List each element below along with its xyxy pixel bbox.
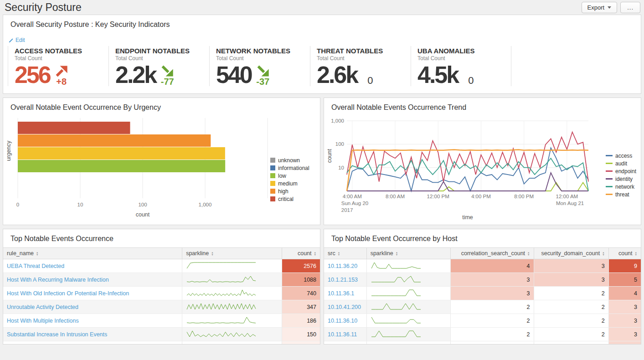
svg-text:12:00 PM: 12:00 PM — [427, 194, 449, 199]
sparkline — [371, 275, 422, 283]
src-host-link[interactable]: 10.11.36.10 — [324, 314, 366, 328]
legend-item-unknown[interactable]: unknown — [270, 157, 309, 164]
count-cell: 9 — [608, 259, 641, 273]
legend-line-swatch — [606, 170, 613, 172]
column-header-count[interactable]: count▲▼ — [282, 248, 320, 259]
sort-icon: ▲▼ — [396, 252, 398, 256]
urgency-bar-chart: 0101001,000counturgency — [5, 114, 269, 223]
bar-high[interactable] — [18, 134, 211, 147]
legend-label: low — [278, 173, 286, 179]
legend-swatch — [270, 165, 275, 170]
table-row: 10.11.36.1324 — [324, 287, 641, 300]
kpi-sublabel: Total Count — [115, 55, 203, 62]
kpi-value: 2.6k — [317, 64, 357, 86]
svg-text:Sun Aug 20: Sun Aug 20 — [341, 201, 368, 206]
src-host-link[interactable]: 10.11.36.11 — [324, 328, 366, 341]
titlebar-buttons: Export ... — [582, 2, 640, 13]
legend-item-audit[interactable]: audit — [606, 160, 636, 167]
count-cell: 1088 — [282, 273, 320, 287]
count-cell: 3 — [608, 328, 641, 341]
correlation-search-count-cell: 2 — [451, 300, 534, 314]
kpi-value: 540 — [216, 64, 252, 86]
sort-icon: ▲▼ — [36, 252, 38, 256]
count-cell: 347 — [282, 300, 320, 314]
kpi-uba-anomalies[interactable]: UBA ANOMALIESTotal Count4.5k0 — [411, 46, 511, 86]
rule-name-link[interactable]: UEBA Threat Detected — [3, 259, 182, 273]
legend-label: identity — [615, 176, 633, 182]
svg-text:0: 0 — [16, 202, 19, 207]
src-host-link[interactable]: 10.11.36.12 — [324, 341, 366, 345]
column-header-label: sparkline — [371, 250, 393, 257]
sparkline-cell — [366, 341, 451, 345]
column-header-src[interactable]: src▲▼ — [324, 248, 366, 259]
kpi-value: 256 — [15, 64, 50, 86]
count-cell: 4 — [608, 287, 641, 300]
legend-label: access — [615, 153, 632, 159]
legend-item-medium[interactable]: medium — [270, 180, 309, 187]
rule-name-link[interactable]: Host With Multiple Infections — [3, 314, 182, 328]
trend-chart-title: Overall Notable Events Occurrence Trend — [324, 98, 641, 113]
rule-name-link[interactable]: Default Account Activity Detected — [3, 341, 182, 345]
sparkline — [371, 302, 422, 310]
legend-item-low[interactable]: low — [270, 173, 309, 179]
svg-text:count: count — [136, 211, 150, 218]
kpi-access-notables[interactable]: ACCESS NOTABLESTotal Count256+8 — [8, 46, 108, 86]
kpi-delta-value: -77 — [161, 77, 174, 86]
svg-text:1,000: 1,000 — [199, 202, 212, 207]
security-domain-count-cell: 2 — [534, 341, 608, 345]
legend-item-threat[interactable]: threat — [606, 191, 636, 198]
trend-chart-body: 101001,0004:00 AMSun Aug 2020178:00 AM12… — [324, 113, 641, 223]
trend-line-chart: 101001,0004:00 AMSun Aug 2020178:00 AM12… — [326, 114, 605, 223]
notable-hosts-table-panel: Top Notable Event Occurrence by Host src… — [324, 229, 641, 345]
column-header-rule_name[interactable]: rule_name▲▼ — [3, 248, 182, 259]
column-header-correlation_search_count[interactable]: correlation_search_count▲▼ — [451, 248, 534, 259]
src-host-link[interactable]: 10.10.41.200 — [324, 300, 366, 314]
column-header-label: sparkline — [186, 250, 209, 257]
pencil-icon — [9, 38, 14, 43]
more-actions-button[interactable]: ... — [620, 2, 640, 13]
column-header-sparkline[interactable]: sparkline▲▼ — [182, 248, 282, 259]
rule-name-link[interactable]: Host With Old Infection Or Potential Re-… — [3, 287, 182, 300]
legend-item-network[interactable]: network — [606, 184, 636, 190]
kpi-delta-value: 0 — [468, 75, 474, 86]
bar-medium[interactable] — [18, 147, 225, 159]
rule-name-link[interactable]: Host With A Recurring Malware Infection — [3, 273, 182, 287]
src-host-link[interactable]: 10.11.36.1 — [324, 287, 366, 300]
chevron-down-icon — [608, 6, 611, 9]
src-host-link[interactable]: 10.1.21.153 — [324, 273, 366, 287]
legend-item-informational[interactable]: informational — [270, 165, 309, 171]
column-header-count[interactable]: count▲▼ — [608, 248, 641, 259]
bar-low[interactable] — [18, 160, 225, 172]
column-header-security_domain_count[interactable]: security_domain_count▲▼ — [534, 248, 608, 259]
svg-text:1,000: 1,000 — [331, 118, 344, 123]
security-domain-count-cell: 2 — [534, 328, 608, 341]
notable-events-table-body: UEBA Threat Detected2576Host With A Recu… — [3, 259, 320, 345]
column-header-sparkline[interactable]: sparkline▲▼ — [366, 248, 451, 259]
kpi-sublabel: Total Count — [417, 55, 505, 62]
kpi-network-notables[interactable]: NETWORK NOTABLESTotal Count540-37 — [209, 46, 310, 86]
legend-item-endpoint[interactable]: endpoint — [606, 168, 636, 175]
export-button[interactable]: Export — [582, 2, 618, 13]
sparkline-cell — [182, 300, 282, 314]
rule-name-link[interactable]: Unroutable Activity Detected — [3, 300, 182, 314]
kpi-threat-notables[interactable]: THREAT NOTABLESTotal Count2.6k0 — [310, 46, 411, 86]
bar-critical[interactable] — [18, 122, 130, 134]
charts-row: Overall Notable Event Occurrence By Urge… — [3, 98, 641, 225]
legend-item-critical[interactable]: critical — [270, 196, 309, 202]
legend-item-identity[interactable]: identity — [606, 176, 636, 182]
kpi-endpoint-notables[interactable]: ENDPOINT NOTABLESTotal Count2.2k-77 — [108, 46, 209, 86]
sparkline-cell — [182, 314, 282, 328]
svg-text:10: 10 — [338, 165, 344, 170]
sparkline — [186, 261, 257, 269]
table-row: 10.10.41.200223 — [324, 300, 641, 314]
edit-link[interactable]: Edit — [3, 31, 35, 46]
legend-item-high[interactable]: high — [270, 188, 309, 195]
src-host-link[interactable]: 10.11.36.20 — [324, 259, 366, 273]
export-button-label: Export — [587, 4, 605, 11]
legend-item-access[interactable]: access — [606, 153, 636, 159]
svg-text:100: 100 — [138, 202, 147, 207]
notable-events-table-header: rule_name▲▼sparkline▲▼count▲▼ — [3, 248, 320, 259]
rule-name-link[interactable]: Substantial Increase In Intrusion Events — [3, 328, 182, 341]
sparkline-cell — [366, 300, 451, 314]
trend-chart-panel: Overall Notable Events Occurrence Trend … — [324, 98, 641, 225]
